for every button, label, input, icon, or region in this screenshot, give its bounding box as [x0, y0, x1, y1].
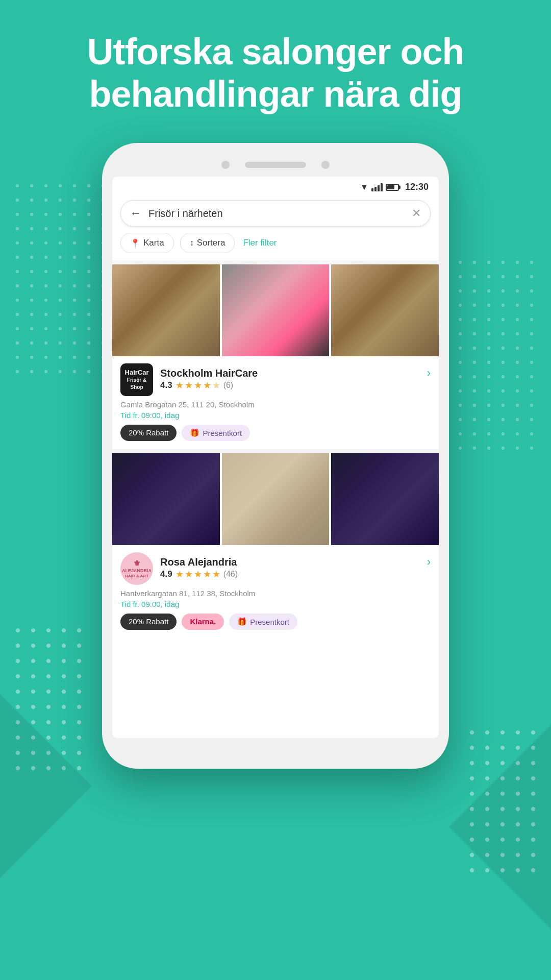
battery-icon: [386, 184, 399, 191]
triangle-decoration-left: [0, 694, 92, 878]
salon-logo-1: HairCarFrisör & Shop: [120, 363, 153, 396]
salon-photo-2b: [222, 453, 330, 545]
badge-discount-2: 20% Rabatt: [120, 614, 177, 630]
star-2-5: ★: [212, 569, 220, 580]
star-2-1: ★: [176, 569, 184, 580]
rating-row-2: 4.9 ★ ★ ★ ★ ★ (46): [160, 569, 431, 580]
salon-info-1: HairCarFrisör & Shop Stockholm HairCare …: [112, 363, 439, 420]
phone-camera: [221, 161, 230, 169]
rating-score-2: 4.9: [160, 569, 172, 579]
header-section: Utforska salonger och behandlingar nära …: [0, 31, 551, 115]
badge-discount-1: 20% Rabatt: [120, 425, 177, 441]
salon-arrow-1[interactable]: ›: [427, 366, 431, 380]
salon-header-2: ⚜ ALEJANDRIA HAIR & ART Rosa Alejandria …: [120, 552, 431, 585]
salon-time-1: Tid fr. 09:00, idag: [120, 411, 431, 420]
salon-time-2: Tid fr. 09:00, idag: [120, 600, 431, 608]
salon-address-2: Hantverkargatan 81, 112 38, Stockholm: [120, 589, 431, 598]
back-button[interactable]: ←: [130, 207, 141, 220]
salon-info-2: ⚜ ALEJANDRIA HAIR & ART Rosa Alejandria …: [112, 552, 439, 608]
triangle-decoration-right: [449, 725, 551, 929]
wifi-icon: ▼: [360, 183, 368, 192]
star-1-1: ★: [176, 380, 184, 391]
sort-icon: ↕: [190, 238, 194, 248]
salon-name-1: Stockholm HairCare: [160, 368, 258, 379]
salon-header-1: HairCarFrisör & Shop Stockholm HairCare …: [120, 363, 431, 396]
salon-address-1: Gamla Brogatan 25, 111 20, Stockholm: [120, 400, 431, 409]
phone-frame: ▼ 12:30 ← Fris: [102, 143, 449, 769]
badges-row-1: 20% Rabatt 🎁 Presentkort: [112, 420, 439, 441]
rating-score-1: 4.3: [160, 380, 172, 390]
phone-speaker: [245, 162, 306, 168]
star-2-4: ★: [203, 569, 211, 580]
salon-photo-2c: [331, 453, 439, 545]
star-1-3: ★: [194, 380, 202, 391]
map-filter-label: Karta: [143, 238, 164, 248]
salon-photos-2: [112, 453, 439, 545]
salon-photo-1c: [331, 264, 439, 356]
gift-icon-1: 🎁: [190, 428, 199, 437]
salon-photo-1b: [222, 264, 330, 356]
stars-1: ★ ★ ★ ★ ★: [176, 380, 220, 391]
phone-screen: ▼ 12:30 ← Fris: [112, 177, 439, 738]
location-icon: 📍: [130, 238, 140, 248]
section-divider-2: [112, 449, 439, 453]
badge-gift-2: 🎁 Presentkort: [229, 614, 297, 630]
search-bar[interactable]: ← Frisör i närheten ✕: [120, 200, 431, 227]
salon-photo-2a: [112, 453, 220, 545]
badge-gift-1: 🎁 Presentkort: [182, 425, 250, 441]
gift-icon-2: 🎁: [237, 617, 247, 626]
phone-notch: [112, 161, 439, 169]
more-filters-button[interactable]: Fler filter: [241, 233, 279, 253]
review-count-2: (46): [223, 570, 238, 579]
stars-2: ★ ★ ★ ★ ★: [176, 569, 220, 580]
star-1-2: ★: [185, 380, 193, 391]
salon-name-2: Rosa Alejandria: [160, 556, 237, 568]
phone-camera-right: [321, 161, 330, 169]
status-icons: ▼: [360, 183, 399, 192]
salon-logo-2: ⚜ ALEJANDRIA HAIR & ART: [120, 552, 153, 585]
map-filter-button[interactable]: 📍 Karta: [120, 233, 174, 253]
salon-photo-1a: [112, 264, 220, 356]
rating-row-1: 4.3 ★ ★ ★ ★ ★ (6): [160, 380, 431, 391]
salon-photos-1: [112, 264, 439, 356]
salon-card-1[interactable]: HairCarFrisör & Shop Stockholm HairCare …: [112, 264, 439, 449]
search-query: Frisör i närheten: [148, 208, 412, 219]
salon-card-2[interactable]: ⚜ ALEJANDRIA HAIR & ART Rosa Alejandria …: [112, 453, 439, 638]
salon-details-2: Rosa Alejandria › 4.9 ★ ★ ★ ★ ★: [160, 555, 431, 582]
salon-logo-text-1: HairCarFrisör & Shop: [120, 369, 153, 391]
sort-filter-label: Sortera: [197, 238, 226, 248]
star-2-2: ★: [185, 569, 193, 580]
sort-filter-button[interactable]: ↕ Sortera: [180, 233, 235, 253]
salon-arrow-2[interactable]: ›: [427, 555, 431, 569]
phone-body: ▼ 12:30 ← Fris: [102, 143, 449, 769]
filter-row: 📍 Karta ↕ Sortera Fler filter: [112, 233, 439, 260]
status-bar: ▼ 12:30: [112, 177, 439, 195]
star-1-4: ★: [203, 380, 211, 391]
star-1-5: ★: [212, 380, 220, 391]
star-2-3: ★: [194, 569, 202, 580]
review-count-1: (6): [223, 381, 234, 390]
section-divider: [112, 260, 439, 264]
badge-klarna-2: Klarna.: [182, 614, 224, 630]
clear-search-button[interactable]: ✕: [412, 207, 421, 220]
status-time: 12:30: [405, 182, 429, 192]
header-title: Utforska salonger och behandlingar nära …: [41, 31, 510, 115]
badges-row-2: 20% Rabatt Klarna. 🎁 Presentkort: [112, 608, 439, 630]
signal-bars-icon: [371, 183, 383, 191]
salon-details-1: Stockholm HairCare › 4.3 ★ ★ ★ ★: [160, 366, 431, 393]
